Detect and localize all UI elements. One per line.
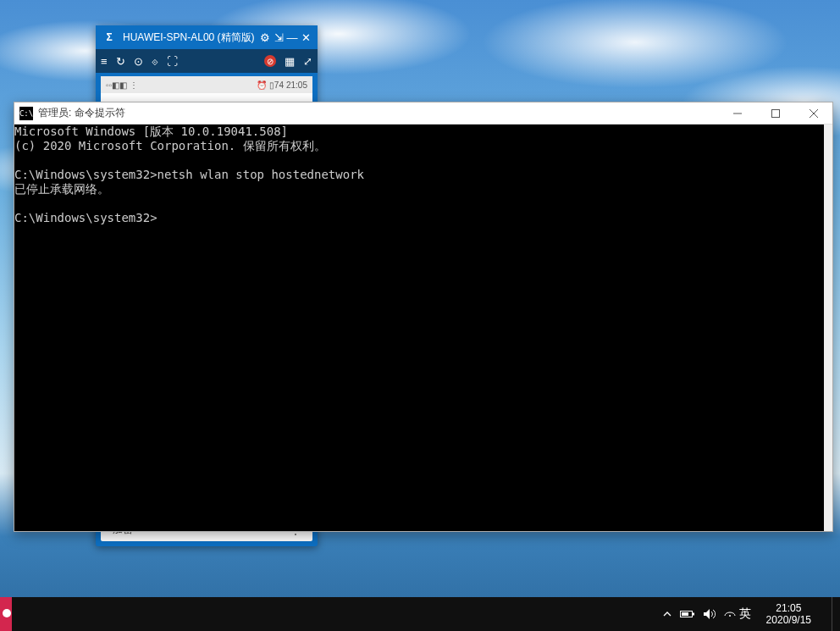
emulator-titlebar[interactable]: Σ HUAWEI-SPN-AL00 (精简版) ⚙ ⇲ — ✕ — [96, 25, 318, 49]
svg-rect-5 — [693, 613, 694, 616]
grid-icon[interactable]: ▦ — [285, 55, 295, 68]
system-tray[interactable]: 英 21:05 2020/9/15 — [663, 597, 840, 631]
taskbar-app-edge[interactable] — [0, 597, 12, 631]
block-icon[interactable]: ⊘ — [264, 55, 276, 67]
taskbar-clock[interactable]: 21:05 2020/9/15 — [760, 602, 818, 626]
cmd-window[interactable]: C:\ 管理员: 命令提示符 Microsoft Windows [版本 10.… — [14, 102, 833, 532]
alarm-icon: ⏰ — [257, 80, 267, 90]
emulator-toolbar: ≡ ↻ ⊙ ⟐ ⛶ ⊘ ▦ ⤢ — [96, 49, 318, 73]
fullscreen-icon[interactable]: ⛶ — [167, 55, 178, 68]
emulator-pin-icon[interactable]: ⇲ — [272, 31, 285, 44]
cmd-minimize-button[interactable] — [718, 102, 756, 125]
expand-icon[interactable]: ⤢ — [303, 55, 312, 68]
emulator-minimize-button[interactable]: — — [285, 31, 299, 44]
battery-icon: ▯74 — [269, 80, 284, 90]
signal-icon: ▫▫◧◧ — [106, 80, 127, 90]
cmd-scrollbar[interactable] — [824, 125, 832, 531]
emulator-settings-icon[interactable]: ⚙ — [258, 31, 272, 44]
refresh-icon[interactable]: ↻ — [116, 55, 125, 68]
cmd-titlebar[interactable]: C:\ 管理员: 命令提示符 — [14, 102, 832, 125]
emulator-title: HUAWEI-SPN-AL00 (精简版) — [123, 30, 258, 45]
cmd-line: (c) 2020 Microsoft Corporation. 保留所有权利。 — [14, 139, 326, 152]
svg-marker-7 — [704, 609, 710, 619]
cmd-maximize-button[interactable] — [756, 102, 794, 125]
svg-rect-6 — [682, 612, 688, 616]
clock-date: 2020/9/15 — [766, 614, 811, 626]
show-desktop-button[interactable] — [832, 597, 837, 631]
cmd-line: 已停止承载网络。 — [14, 182, 109, 196]
svg-point-8 — [729, 615, 731, 617]
menu-icon[interactable]: ≡ — [101, 55, 108, 68]
svg-rect-1 — [771, 109, 779, 117]
phone-time: 21:05 — [286, 80, 307, 90]
tool-icon[interactable]: ⟐ — [152, 55, 158, 68]
cmd-close-button[interactable] — [794, 102, 832, 125]
phone-statusbar: ▫▫◧◧ ⋮ ⏰ ▯74 21:05 — [101, 76, 312, 93]
ime-indicator[interactable]: 英 — [724, 606, 751, 622]
wifi-icon: ⋮ — [130, 80, 138, 90]
tray-chevron-up-icon[interactable] — [663, 610, 671, 618]
search-icon[interactable]: ⊙ — [134, 55, 143, 68]
cmd-icon: C:\ — [19, 107, 33, 120]
ime-label: 英 — [739, 606, 751, 622]
taskbar[interactable]: 英 21:05 2020/9/15 — [0, 597, 840, 631]
emulator-close-button[interactable]: ✕ — [299, 31, 312, 44]
cmd-output[interactable]: Microsoft Windows [版本 10.0.19041.508] (c… — [14, 125, 824, 531]
sigma-icon: Σ — [101, 31, 118, 43]
cmd-line: Microsoft Windows [版本 10.0.19041.508] — [14, 125, 288, 138]
clock-time: 21:05 — [766, 602, 811, 614]
battery-icon[interactable] — [680, 610, 695, 618]
cmd-title: 管理员: 命令提示符 — [38, 106, 718, 120]
volume-icon[interactable] — [704, 609, 716, 619]
record-icon — [3, 609, 11, 617]
cmd-line: C:\Windows\system32> — [14, 211, 158, 224]
cmd-line: C:\Windows\system32>netsh wlan stop host… — [14, 168, 364, 181]
